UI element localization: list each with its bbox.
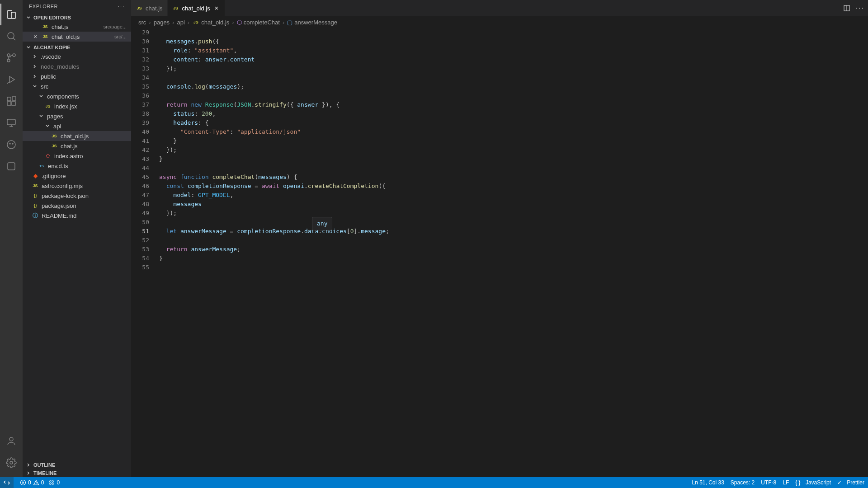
js-file-icon: JS	[172, 5, 179, 12]
chevron-right-icon	[32, 53, 38, 60]
git-file-icon: ◆	[32, 172, 39, 179]
svg-point-0	[8, 33, 14, 39]
hover-tooltip: any	[312, 217, 332, 230]
folder-components[interactable]: components	[23, 91, 131, 101]
status-encoding[interactable]: UTF-8	[761, 479, 776, 486]
svg-rect-4	[7, 97, 11, 101]
svg-point-3	[7, 54, 10, 56]
chevron-right-icon	[32, 73, 38, 80]
js-file-icon: JS	[51, 142, 58, 150]
activity-bar	[0, 0, 23, 477]
debug-icon[interactable]	[0, 69, 22, 90]
close-icon[interactable]: ×	[213, 5, 220, 12]
folder-node-modules[interactable]: node_modules	[23, 61, 131, 71]
svg-point-9	[7, 141, 15, 149]
chevron-right-icon	[25, 462, 32, 468]
status-problems[interactable]: 0 0	[20, 479, 44, 486]
svg-rect-7	[12, 97, 16, 100]
chevron-down-icon	[38, 113, 44, 119]
json-file-icon: {}	[32, 202, 39, 209]
sidebar-more-icon[interactable]: ···	[118, 4, 125, 9]
source-control-icon[interactable]	[0, 47, 22, 69]
project-section[interactable]: AI-CHAT KOPIE	[23, 43, 131, 52]
file-env-d-ts[interactable]: TSenv.d.ts	[23, 161, 131, 171]
status-language[interactable]: { } JavaScript	[795, 479, 831, 486]
file-index-jsx[interactable]: JSindex.jsx	[23, 101, 131, 111]
tab-chat[interactable]: JS chat.js	[131, 0, 168, 16]
tab-chat-old[interactable]: JS chat_old.js ×	[168, 0, 225, 16]
js-file-icon: JS	[42, 23, 49, 30]
svg-point-13	[9, 437, 13, 441]
open-editors-section[interactable]: OPEN EDITORS	[23, 14, 131, 22]
explorer-icon[interactable]	[0, 4, 22, 25]
svg-point-11	[12, 143, 13, 144]
sidebar: EXPLORER ··· OPEN EDITORS JS chat.js src…	[23, 0, 131, 477]
remote-button[interactable]	[0, 477, 14, 488]
extensions-icon[interactable]	[0, 90, 22, 112]
file-package-lock[interactable]: {}package-lock.json	[23, 191, 131, 201]
chevron-down-icon	[38, 93, 44, 99]
breadcrumb[interactable]: src› pages› api› JSchat_old.js› ⬡complet…	[131, 16, 868, 28]
outline-section[interactable]: OUTLINE	[23, 461, 131, 469]
remote-explorer-icon[interactable]	[0, 112, 22, 134]
chevron-right-icon	[32, 63, 38, 70]
svg-rect-6	[12, 102, 15, 105]
file-astro-config[interactable]: JSastro.config.mjs	[23, 181, 131, 191]
folder-pages[interactable]: pages	[23, 111, 131, 121]
status-ports[interactable]: 0	[48, 479, 60, 486]
file-gitignore[interactable]: ◆.gitignore	[23, 171, 131, 181]
tabs-bar: JS chat.js JS chat_old.js × ···	[131, 0, 868, 16]
split-editor-icon[interactable]	[843, 5, 850, 12]
status-indent[interactable]: Spaces: 2	[731, 479, 755, 486]
svg-rect-8	[7, 119, 15, 125]
file-package-json[interactable]: {}package.json	[23, 201, 131, 211]
folder-src[interactable]: src	[23, 81, 131, 91]
js-file-icon: JS	[44, 103, 52, 110]
chevron-down-icon	[25, 14, 32, 21]
status-prettier[interactable]: ✓ Prettier	[837, 479, 864, 486]
json-file-icon: {}	[32, 192, 39, 199]
settings-icon[interactable]	[0, 452, 22, 474]
ts-file-icon: TS	[38, 162, 45, 169]
folder-vscode[interactable]: .vscode	[23, 52, 131, 61]
js-file-icon: JS	[192, 19, 199, 26]
astro-file-icon: ⬠	[44, 152, 52, 160]
status-cursor[interactable]: Ln 51, Col 33	[692, 479, 724, 486]
line-numbers: 2930313233343536373839404142434445464748…	[131, 28, 157, 477]
function-icon: ⬡	[237, 19, 242, 26]
open-editor-item[interactable]: JS chat.js src/page...	[23, 22, 131, 32]
svg-rect-12	[8, 163, 15, 170]
svg-point-1	[13, 54, 15, 56]
sidebar-title: EXPLORER	[29, 4, 58, 9]
timeline-section[interactable]: TIMELINE	[23, 469, 131, 477]
status-eol[interactable]: LF	[783, 479, 789, 486]
file-chat-old[interactable]: JSchat_old.js	[23, 131, 131, 141]
info-file-icon: ⓘ	[32, 212, 39, 219]
svg-point-20	[51, 482, 52, 483]
file-index-astro[interactable]: ⬠index.astro	[23, 151, 131, 161]
status-bar: 0 0 0 Ln 51, Col 33 Spaces: 2 UTF-8 LF {…	[0, 477, 868, 488]
search-icon[interactable]	[0, 25, 22, 47]
code-editor[interactable]: 2930313233343536373839404142434445464748…	[131, 28, 868, 477]
copilot-icon[interactable]	[0, 134, 22, 155]
svg-rect-5	[7, 102, 11, 105]
account-icon[interactable]	[0, 430, 22, 452]
chevron-right-icon	[25, 470, 32, 476]
variable-icon: ▢	[287, 19, 292, 26]
chevron-down-icon	[32, 83, 38, 89]
folder-api[interactable]: api	[23, 121, 131, 131]
app-icon[interactable]	[0, 155, 22, 177]
js-file-icon: JS	[42, 33, 49, 40]
folder-public[interactable]: public	[23, 71, 131, 81]
close-icon[interactable]: ×	[32, 33, 39, 40]
file-readme[interactable]: ⓘREADME.md	[23, 211, 131, 221]
svg-point-2	[7, 59, 10, 62]
editor-area: JS chat.js JS chat_old.js × ··· src› pag…	[131, 0, 868, 477]
chevron-down-icon	[44, 123, 51, 129]
more-actions-icon[interactable]: ···	[856, 4, 864, 12]
open-editor-item[interactable]: × JS chat_old.js src/...	[23, 32, 131, 42]
svg-point-10	[9, 143, 10, 144]
js-file-icon: JS	[32, 182, 39, 189]
js-file-icon: JS	[51, 132, 58, 140]
file-chat[interactable]: JSchat.js	[23, 141, 131, 151]
